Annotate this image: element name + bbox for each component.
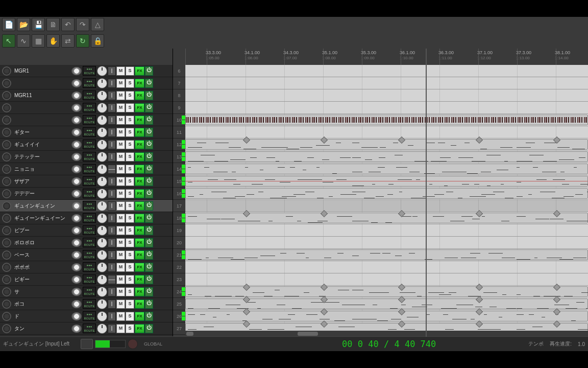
solo-button[interactable]: S — [126, 300, 134, 309]
track-lane[interactable] — [185, 163, 588, 175]
fx-bypass-button[interactable] — [145, 263, 153, 272]
envelope-knob[interactable] — [97, 250, 107, 260]
save-icon[interactable]: 💾 — [32, 18, 45, 31]
envelope-knob[interactable] — [97, 103, 107, 113]
volume-knob[interactable] — [71, 91, 82, 100]
track-number[interactable]: 22 — [173, 261, 185, 273]
route-button[interactable]: ●●● ROUTE — [83, 103, 96, 112]
track-name[interactable]: サ — [13, 288, 71, 295]
mute-button[interactable]: M — [116, 140, 125, 149]
track-name[interactable]: ニョニョ — [13, 166, 71, 173]
fx-button[interactable]: FX — [135, 128, 144, 137]
timeline-ruler[interactable]: 33.3.001:05.0034.1.001:06.0034.3.001:07.… — [185, 49, 588, 65]
fx-button[interactable]: FX — [135, 91, 144, 100]
record-arm-button[interactable] — [2, 91, 11, 100]
phase-button[interactable]: I — [108, 103, 116, 112]
mute-button[interactable]: M — [116, 250, 125, 260]
metronome-icon[interactable]: △ — [91, 18, 104, 31]
record-arm-button[interactable] — [2, 201, 11, 211]
track-header[interactable]: ベース●●● ROUTEIMSFX — [0, 249, 173, 261]
phase-button[interactable]: I — [108, 140, 116, 149]
volume-knob[interactable] — [71, 79, 82, 87]
route-button[interactable]: ●●● ROUTE — [83, 299, 96, 309]
mute-button[interactable]: M — [116, 263, 125, 272]
fx-bypass-button[interactable] — [145, 275, 153, 284]
track-number[interactable]: 6 — [173, 65, 185, 77]
solo-button[interactable]: S — [126, 214, 134, 223]
track-header[interactable]: テテッテー●●● ROUTEIMSFX — [0, 151, 173, 163]
envelope-knob[interactable] — [97, 140, 107, 150]
envelope-knob[interactable] — [97, 189, 107, 199]
redo-icon[interactable]: ↷ — [76, 18, 89, 31]
track-lane[interactable] — [185, 175, 588, 188]
route-button[interactable]: ●●● ROUTE — [83, 78, 96, 88]
volume-knob[interactable] — [71, 226, 82, 235]
solo-button[interactable]: S — [126, 91, 134, 100]
phase-button[interactable]: I — [108, 324, 116, 333]
lock-icon[interactable]: 🔒 — [91, 34, 104, 48]
fx-bypass-button[interactable] — [145, 91, 153, 100]
record-arm-button[interactable] — [2, 177, 11, 186]
route-button[interactable]: ●●● ROUTE — [83, 115, 96, 125]
record-arm-button[interactable] — [2, 116, 11, 125]
volume-knob[interactable] — [71, 165, 82, 173]
fx-bypass-button[interactable] — [145, 324, 153, 333]
phase-button[interactable]: I — [108, 226, 116, 235]
mute-button[interactable]: M — [116, 287, 125, 296]
solo-button[interactable]: S — [126, 79, 134, 88]
route-button[interactable]: ●●● ROUTE — [83, 152, 96, 162]
arrange-view[interactable]: 33.3.001:05.0034.1.001:06.0034.3.001:07.… — [185, 49, 588, 337]
track-header[interactable]: タン●●● ROUTEIMSFX — [0, 323, 173, 335]
record-arm-button[interactable] — [2, 165, 11, 174]
envelope-knob[interactable] — [97, 238, 107, 248]
envelope-knob[interactable] — [97, 115, 107, 125]
route-button[interactable]: ●●● ROUTE — [83, 189, 96, 198]
volume-knob[interactable] — [71, 153, 82, 161]
mute-button[interactable]: M — [116, 201, 125, 211]
envelope-knob[interactable] — [97, 78, 107, 88]
phase-button[interactable]: I — [108, 79, 116, 88]
track-number[interactable]: 17 — [173, 200, 185, 212]
track-name[interactable]: デデデー — [13, 190, 71, 197]
record-arm-button[interactable] — [2, 214, 11, 223]
fx-button[interactable]: FX — [135, 189, 144, 198]
track-number[interactable]: 20 — [173, 237, 185, 249]
record-arm-button[interactable] — [2, 128, 11, 137]
new-project-icon[interactable]: 📄 — [2, 18, 15, 31]
route-button[interactable]: ●●● ROUTE — [83, 127, 96, 137]
fx-button[interactable]: FX — [135, 152, 144, 162]
solo-button[interactable]: S — [126, 177, 134, 186]
mute-button[interactable]: M — [116, 300, 125, 309]
track-name[interactable]: ベース — [13, 251, 71, 259]
fx-bypass-button[interactable] — [145, 189, 153, 198]
solo-button[interactable]: S — [126, 250, 134, 260]
track-number[interactable]: 27 — [173, 323, 185, 335]
mute-button[interactable]: M — [116, 152, 125, 162]
solo-button[interactable]: S — [126, 287, 134, 296]
route-button[interactable]: ●●● ROUTE — [83, 238, 96, 247]
envelope-knob[interactable] — [97, 213, 107, 223]
volume-knob[interactable] — [71, 263, 82, 271]
track-lane[interactable] — [185, 261, 588, 273]
track-number[interactable]: 19 — [173, 224, 185, 237]
track-number[interactable]: 11 — [173, 126, 185, 139]
track-header[interactable]: ニョニョ●●● ROUTE—MSFX — [0, 163, 173, 175]
volume-knob[interactable] — [71, 288, 82, 296]
track-header[interactable]: ピプー●●● ROUTEIMSFX — [0, 224, 173, 237]
track-lane[interactable] — [185, 212, 588, 224]
track-name[interactable]: ド — [13, 313, 71, 320]
volume-knob[interactable] — [71, 67, 82, 75]
hand-icon[interactable]: ✋ — [46, 34, 60, 48]
track-name[interactable]: MGR1 — [13, 68, 71, 74]
record-arm-button[interactable] — [2, 152, 11, 162]
fx-button[interactable]: FX — [135, 312, 144, 321]
mute-button[interactable]: M — [116, 238, 125, 247]
record-arm-button[interactable] — [2, 79, 11, 88]
phase-button[interactable]: I — [108, 263, 116, 272]
track-number[interactable]: 8 — [173, 89, 185, 102]
envelope-knob[interactable] — [97, 66, 107, 76]
transport-button[interactable] — [81, 339, 93, 349]
route-button[interactable]: ●●● ROUTE — [83, 176, 96, 186]
mute-button[interactable]: M — [116, 128, 125, 137]
env-tool-icon[interactable]: ∿ — [17, 34, 30, 48]
